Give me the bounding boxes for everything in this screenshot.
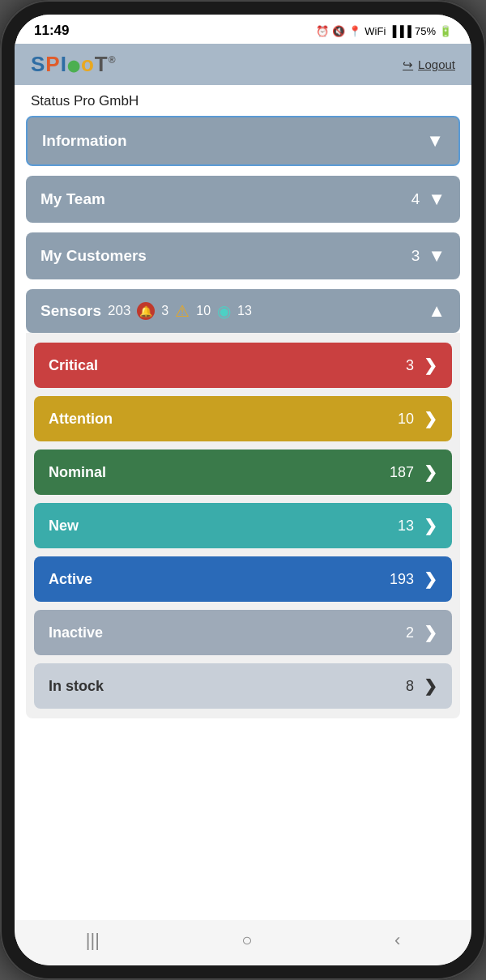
information-label: Information (42, 132, 127, 150)
nav-home-icon[interactable]: ○ (241, 930, 252, 951)
attention-count: 10 (398, 411, 414, 428)
bottom-nav: ||| ○ ‹ (15, 920, 471, 965)
my-customers-count: 3 (411, 247, 420, 265)
sensor-row-active[interactable]: Active 193 ❯ (34, 556, 452, 602)
instock-label: In stock (49, 678, 104, 695)
logo-i: I (61, 52, 67, 76)
critical-arrow-icon: ❯ (424, 356, 437, 375)
logo-s: S (31, 52, 45, 76)
wifi-icon: WiFi (364, 25, 386, 37)
my-customers-chevron-down-icon: ▼ (428, 245, 446, 266)
battery-icon: 🔋 (439, 25, 452, 37)
app-header: SPI⬤oT® ↪ Logout (15, 44, 471, 85)
logo-t: T (95, 52, 109, 76)
new-label: New (49, 518, 79, 535)
active-count: 193 (390, 571, 414, 588)
signal-icon: ▐▐▐ (389, 25, 411, 37)
sensor-row-inactive[interactable]: Inactive 2 ❯ (34, 610, 452, 655)
critical-right: 3 ❯ (406, 356, 437, 375)
nominal-label: Nominal (49, 464, 106, 481)
my-customers-right: 3 ▼ (411, 245, 446, 266)
logo-o: o (81, 52, 95, 76)
company-name: Status Pro GmbH (15, 85, 471, 116)
alarm-icon: ⏰ (316, 25, 329, 37)
active-right: 193 ❯ (390, 569, 437, 589)
attention-badge-count: 10 (196, 304, 211, 318)
my-customers-label: My Customers (40, 247, 147, 265)
active-label: Active (49, 571, 92, 588)
phone-frame: 11:49 ⏰ 🔇 📍 WiFi ▐▐▐ 75% 🔋 SPI⬤oT® ↪ Log… (0, 0, 486, 980)
scroll-area: Information ▼ My Team 4 ▼ My Customers 3… (15, 116, 471, 920)
inactive-arrow-icon: ❯ (424, 623, 437, 642)
new-badge-icon: ◉ (217, 301, 231, 321)
status-time: 11:49 (34, 23, 69, 39)
logout-icon: ↪ (403, 58, 413, 72)
instock-arrow-icon: ❯ (424, 676, 437, 696)
logout-button[interactable]: ↪ Logout (403, 58, 455, 72)
active-arrow-icon: ❯ (424, 569, 437, 589)
sensor-row-new[interactable]: New 13 ❯ (34, 503, 452, 548)
phone-screen: 11:49 ⏰ 🔇 📍 WiFi ▐▐▐ 75% 🔋 SPI⬤oT® ↪ Log… (15, 15, 471, 965)
nominal-right: 187 ❯ (390, 462, 437, 482)
sensors-panel: Critical 3 ❯ Attention 10 ❯ Nominal (26, 333, 460, 718)
sensor-row-attention[interactable]: Attention 10 ❯ (34, 396, 452, 441)
logo-reg: ® (109, 54, 117, 66)
status-icons: ⏰ 🔇 📍 WiFi ▐▐▐ 75% 🔋 (316, 25, 452, 37)
information-chevron-down-icon: ▼ (426, 130, 444, 151)
logout-label: Logout (418, 58, 455, 71)
logo-p: P (45, 52, 60, 76)
status-bar: 11:49 ⏰ 🔇 📍 WiFi ▐▐▐ 75% 🔋 (15, 15, 471, 44)
my-customers-accordion[interactable]: My Customers 3 ▼ (26, 232, 460, 279)
information-right: ▼ (426, 130, 444, 151)
sensor-row-nominal[interactable]: Nominal 187 ❯ (34, 450, 452, 495)
sensors-label-row: Sensors 203 🔔 3 ⚠ 10 ◉ 13 (40, 301, 252, 321)
instock-right: 8 ❯ (406, 676, 437, 696)
battery-text: 75% (415, 25, 436, 37)
new-count: 13 (398, 518, 414, 535)
nominal-count: 187 (390, 464, 414, 481)
sensors-title: Sensors (40, 302, 101, 320)
new-right: 13 ❯ (398, 516, 437, 535)
inactive-count: 2 (406, 624, 414, 641)
mute-icon: 🔇 (332, 25, 345, 37)
attention-arrow-icon: ❯ (424, 409, 437, 428)
warning-icon: ⚠ (175, 301, 190, 321)
my-team-count: 4 (411, 190, 420, 208)
critical-badge-count: 3 (161, 304, 168, 318)
nav-back-icon[interactable]: ‹ (394, 930, 400, 951)
bell-icon: 🔔 (137, 302, 155, 320)
inactive-right: 2 ❯ (406, 623, 437, 642)
new-arrow-icon: ❯ (424, 516, 437, 535)
inactive-label: Inactive (49, 624, 103, 641)
sensors-chevron-up-icon: ▲ (428, 300, 446, 322)
critical-label: Critical (49, 357, 98, 374)
location-icon: 📍 (348, 25, 361, 37)
attention-right: 10 ❯ (398, 409, 437, 428)
sensors-total: 203 (108, 303, 130, 319)
nav-menu-icon[interactable]: ||| (86, 930, 100, 951)
my-team-accordion[interactable]: My Team 4 ▼ (26, 176, 460, 223)
new-badge-count: 13 (237, 304, 252, 318)
attention-label: Attention (49, 411, 113, 428)
instock-count: 8 (406, 678, 414, 695)
my-team-right: 4 ▼ (411, 189, 446, 210)
nominal-arrow-icon: ❯ (424, 462, 437, 482)
sensors-accordion-header[interactable]: Sensors 203 🔔 3 ⚠ 10 ◉ 13 ▲ (26, 289, 460, 333)
logo: SPI⬤oT® (31, 52, 117, 77)
logo-dot: ⬤ (67, 59, 81, 72)
my-team-chevron-down-icon: ▼ (428, 189, 446, 210)
sensor-row-critical[interactable]: Critical 3 ❯ (34, 343, 452, 388)
critical-count: 3 (406, 357, 414, 374)
my-team-label: My Team (40, 190, 105, 208)
information-accordion[interactable]: Information ▼ (26, 116, 460, 166)
sensor-row-instock[interactable]: In stock 8 ❯ (34, 663, 452, 709)
